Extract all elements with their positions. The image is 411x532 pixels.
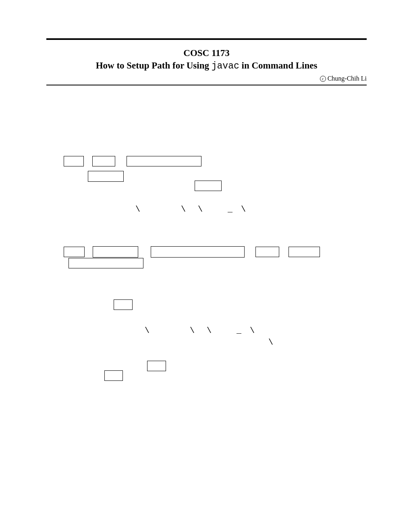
backslash-glyph: \ — [241, 205, 246, 214]
top-rule-thin — [46, 85, 367, 85]
copyright-line: c Chung-Chih Li — [46, 74, 367, 85]
copyright-icon: c — [320, 76, 326, 82]
outline-box — [88, 171, 124, 182]
backslash-glyph: \ — [190, 326, 195, 335]
document-title: How to Setup Path for Using javac in Com… — [46, 59, 367, 73]
backslash-glyph: \ — [135, 205, 140, 214]
outline-box — [289, 247, 320, 257]
title-block: COSC 1173 How to Setup Path for Using ja… — [46, 40, 367, 74]
outline-box — [127, 156, 201, 166]
backslash-glyph: \ — [145, 326, 149, 335]
outline-box — [114, 299, 133, 310]
backslash-glyph: \ — [268, 338, 273, 347]
outline-box — [151, 246, 245, 258]
outline-box — [64, 247, 85, 257]
outline-box — [64, 156, 84, 166]
outline-box — [68, 258, 143, 268]
title-suffix: in Command Lines — [239, 60, 318, 71]
outline-box — [92, 156, 115, 166]
title-prefix: How to Setup Path for Using — [96, 60, 212, 71]
backslash-glyph: \ — [198, 205, 203, 214]
course-code: COSC 1173 — [46, 47, 367, 59]
title-code: javac — [212, 61, 239, 71]
underscore-glyph: _ — [228, 205, 232, 214]
outline-box — [93, 246, 138, 258]
underscore-glyph: _ — [237, 326, 241, 335]
backslash-glyph: \ — [250, 326, 255, 335]
outline-box — [255, 247, 279, 257]
copyright-holder: Chung-Chih Li — [328, 75, 367, 82]
outline-box — [104, 370, 123, 381]
page-frame: COSC 1173 How to Setup Path for Using ja… — [46, 0, 367, 85]
backslash-glyph: \ — [207, 326, 212, 335]
backslash-glyph: \ — [181, 205, 186, 214]
outline-box — [147, 361, 166, 371]
outline-box — [195, 181, 222, 191]
